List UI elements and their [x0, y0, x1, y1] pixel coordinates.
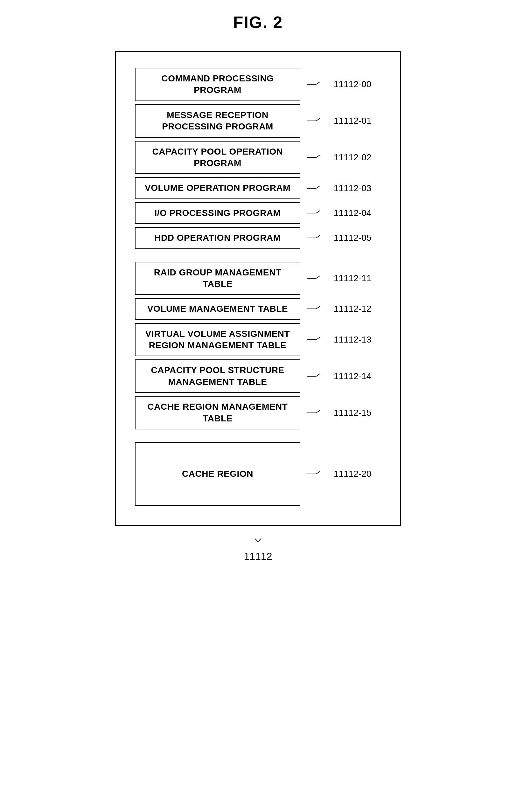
connector-11 [307, 274, 324, 282]
io-processing-program-text: I/O PROCESSING PROGRAM [154, 207, 281, 219]
capacity-pool-structure-table-box: CAPACITY POOL STRUCTURE MANAGEMENT TABLE [135, 359, 300, 393]
virtual-volume-assignment-table-text: VIRTUAL VOLUME ASSIGNMENT REGION MANAGEM… [142, 328, 293, 351]
program-row-4: I/O PROCESSING PROGRAM 11112-04 [135, 202, 381, 224]
io-processing-program-box: I/O PROCESSING PROGRAM [135, 202, 300, 224]
capacity-pool-structure-table-text: CAPACITY POOL STRUCTURE MANAGEMENT TABLE [142, 365, 293, 388]
command-processing-program-box: COMMAND PROCESSING PROGRAM [135, 68, 300, 101]
table-row-14: CAPACITY POOL STRUCTURE MANAGEMENT TABLE… [135, 359, 381, 393]
capacity-pool-operation-program-text: CAPACITY POOL OPERATION PROGRAM [142, 146, 293, 169]
table-row-12: VOLUME MANAGEMENT TABLE 11112-12 [135, 298, 381, 320]
label-4: 11112-04 [334, 208, 371, 218]
cache-region-management-table-text: CACHE REGION MANAGEMENT TABLE [142, 401, 293, 424]
table-row-15: CACHE REGION MANAGEMENT TABLE 11112-15 [135, 396, 381, 429]
command-processing-program-text: COMMAND PROCESSING PROGRAM [142, 73, 293, 96]
bottom-connector-svg [249, 532, 267, 548]
cache-region-text: CACHE REGION [182, 468, 253, 480]
table-row-11: RAID GROUP MANAGEMENT TABLE 11112-11 [135, 262, 381, 295]
label-5: 11112-05 [334, 233, 371, 243]
program-row-2: CAPACITY POOL OPERATION PROGRAM 11112-02 [135, 141, 381, 174]
outer-box: COMMAND PROCESSING PROGRAM 11112-00 MESS… [115, 51, 401, 526]
cache-region-management-table-box: CACHE REGION MANAGEMENT TABLE [135, 396, 300, 429]
component-label: 11112 [244, 551, 272, 562]
cache-row-20: CACHE REGION 11112-20 [135, 442, 381, 506]
label-14: 11112-14 [334, 371, 371, 381]
label-3: 11112-03 [334, 183, 371, 193]
program-row-1: MESSAGE RECEPTION PROCESSING PROGRAM 111… [135, 104, 381, 138]
label-2: 11112-02 [334, 152, 371, 163]
connector-12 [307, 305, 324, 313]
virtual-volume-assignment-table-box: VIRTUAL VOLUME ASSIGNMENT REGION MANAGEM… [135, 323, 300, 356]
label-15: 11112-15 [334, 408, 371, 418]
programs-section: COMMAND PROCESSING PROGRAM 11112-00 MESS… [135, 68, 381, 249]
message-reception-program-text: MESSAGE RECEPTION PROCESSING PROGRAM [142, 109, 293, 133]
program-row-3: VOLUME OPERATION PROGRAM 11112-03 [135, 177, 381, 199]
label-11: 11112-11 [334, 273, 371, 283]
figure-title: FIG. 2 [233, 13, 283, 32]
message-reception-program-box: MESSAGE RECEPTION PROCESSING PROGRAM [135, 104, 300, 138]
capacity-pool-operation-program-box: CAPACITY POOL OPERATION PROGRAM [135, 141, 300, 174]
connector-4 [307, 209, 324, 217]
volume-operation-program-text: VOLUME OPERATION PROGRAM [145, 182, 290, 194]
connector-20 [307, 470, 324, 478]
connector-5 [307, 234, 324, 242]
connector-15 [307, 409, 324, 417]
tables-section: RAID GROUP MANAGEMENT TABLE 11112-11 VOL… [135, 262, 381, 430]
raid-group-management-table-text: RAID GROUP MANAGEMENT TABLE [142, 267, 293, 290]
raid-group-management-table-box: RAID GROUP MANAGEMENT TABLE [135, 262, 300, 295]
cache-section: CACHE REGION 11112-20 [135, 442, 381, 506]
program-row-0: COMMAND PROCESSING PROGRAM 11112-00 [135, 68, 381, 101]
volume-operation-program-box: VOLUME OPERATION PROGRAM [135, 177, 300, 199]
program-row-5: HDD OPERATION PROGRAM 11112-05 [135, 227, 381, 249]
connector-1 [307, 117, 324, 125]
table-row-13: VIRTUAL VOLUME ASSIGNMENT REGION MANAGEM… [135, 323, 381, 356]
connector-3 [307, 184, 324, 192]
hdd-operation-program-text: HDD OPERATION PROGRAM [154, 232, 281, 243]
volume-management-table-box: VOLUME MANAGEMENT TABLE [135, 298, 300, 320]
cache-region-box: CACHE REGION [135, 442, 300, 506]
label-13: 11112-13 [334, 335, 371, 345]
connector-0 [307, 81, 324, 88]
page-container: FIG. 2 COMMAND PROCESSING PROGRAM 11112-… [0, 13, 516, 562]
connector-13 [307, 336, 324, 344]
volume-management-table-text: VOLUME MANAGEMENT TABLE [147, 303, 288, 315]
bottom-label-container: 11112 [244, 532, 272, 562]
label-0: 11112-00 [334, 79, 371, 89]
label-20: 11112-20 [334, 469, 371, 479]
label-1: 11112-01 [334, 116, 371, 126]
label-12: 11112-12 [334, 304, 371, 314]
hdd-operation-program-box: HDD OPERATION PROGRAM [135, 227, 300, 249]
connector-14 [307, 372, 324, 380]
connector-2 [307, 154, 324, 161]
